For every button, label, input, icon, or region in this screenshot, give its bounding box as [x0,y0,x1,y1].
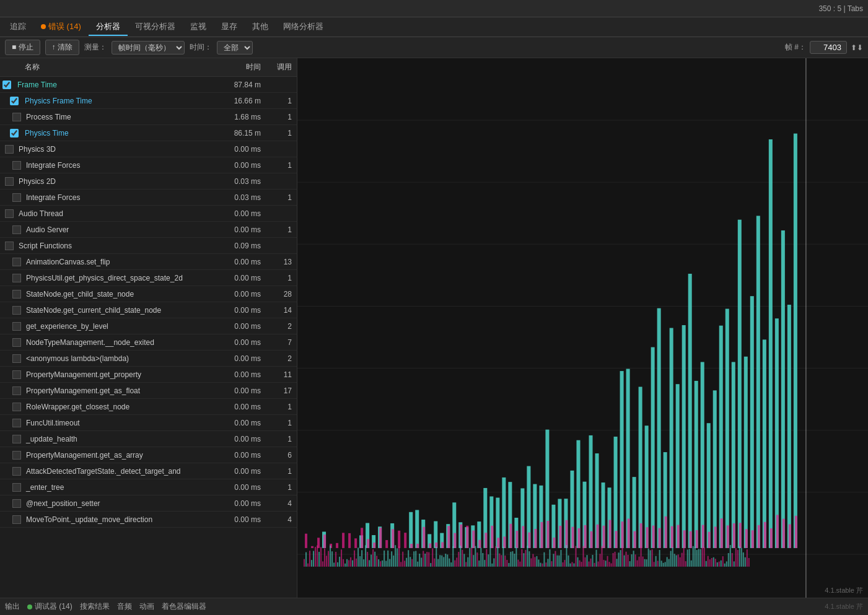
row-checkbox-4[interactable] [5,145,14,154]
row-checkbox-7[interactable] [12,193,21,202]
svg-rect-126 [701,362,704,548]
tab-network[interactable]: 网络分析器 [276,19,331,36]
col-name-header: 名称 [0,61,216,74]
svg-rect-127 [702,525,704,548]
row-time-20: 0.00 ms [216,403,266,411]
svg-rect-358 [676,556,677,567]
row-checkbox-13[interactable] [12,290,21,299]
row-checkbox-3[interactable] [10,129,19,137]
row-checkbox-20[interactable] [12,403,21,411]
row-checkbox-25[interactable] [12,483,21,492]
frame-number[interactable]: 7403 [810,41,847,54]
table-row[interactable]: get_experience_by_level0.00 ms2 [0,318,297,334]
table-row[interactable]: PropertyManagement.get_as_array0.00 ms6 [0,447,297,463]
row-checkbox-17[interactable] [12,354,21,363]
row-checkbox-9[interactable] [12,225,21,234]
table-row[interactable]: PropertyManagement.get_as_float0.00 ms17 [0,383,297,399]
svg-rect-9 [305,534,307,548]
svg-rect-199 [380,561,381,567]
svg-rect-110 [651,347,655,548]
table-row[interactable]: PropertyManagement.get_property0.00 ms11 [0,367,297,383]
table-row[interactable]: Audio Thread0.00 ms [0,206,297,222]
table-row[interactable]: Frame Time87.84 m [0,77,297,93]
row-checkbox-10[interactable] [5,242,14,250]
bottom-bar-item[interactable]: 动画 [139,601,154,612]
svg-rect-317 [600,554,601,567]
table-row[interactable]: Integrate Forces0.03 ms1 [0,190,297,206]
table-row[interactable]: NodeTypeManagement.__node_exited0.00 ms7 [0,334,297,351]
svg-rect-373 [704,547,705,567]
table-row[interactable]: AnimationCanvas.set_flip0.00 ms13 [0,254,297,270]
row-checkbox-26[interactable] [12,499,21,508]
tab-other[interactable]: 其他 [245,19,276,36]
stop-button[interactable]: ■ 停止 [5,40,40,55]
row-checkbox-12[interactable] [12,274,21,282]
table-row[interactable]: Physics Time86.15 m1 [0,125,297,141]
svg-rect-301 [569,564,571,567]
svg-rect-377 [711,558,712,567]
table-row[interactable]: Physics Frame Time16.66 m1 [0,93,297,109]
clear-button[interactable]: ↑ 清除 [45,40,79,55]
row-checkbox-16[interactable] [12,338,21,347]
table-row[interactable]: MoveToPoint._update_move_direction0.00 m… [0,512,297,528]
bottom-bar-item[interactable]: 搜索结果 [80,601,110,612]
row-checkbox-18[interactable] [12,370,21,379]
row-checkbox-2[interactable] [12,113,21,121]
table-row[interactable]: @next_position_setter0.00 ms4 [0,495,297,512]
row-time-13: 0.00 ms [216,290,266,299]
table-row[interactable]: StateNode.get_current_child_state_node0.… [0,302,297,318]
table-row[interactable]: StateNode.get_child_state_node0.00 ms28 [0,286,297,302]
table-row[interactable]: Physics 3D0.00 ms [0,141,297,157]
table-row[interactable]: Audio Server0.00 ms1 [0,222,297,238]
frame-spinner[interactable]: ⬆⬇ [851,43,863,52]
svg-rect-390 [735,548,737,567]
row-checkbox-22[interactable] [12,435,21,443]
table-row[interactable]: _enter_tree0.00 ms1 [0,479,297,495]
table-row[interactable]: FuncUtil.timeout0.00 ms1 [0,415,297,431]
row-checkbox-23[interactable] [12,451,21,460]
tab-trace[interactable]: 追踪 [2,19,33,36]
svg-rect-230 [437,559,439,567]
bottom-bar-item[interactable]: 输出 [5,601,20,612]
table-row[interactable]: AttackDetectedTargetState._detect_target… [0,463,297,479]
tab-vram[interactable]: 显存 [214,19,245,36]
row-checkbox-24[interactable] [12,467,21,476]
measure-select[interactable]: 帧时间（毫秒） [112,41,185,55]
table-row[interactable]: Script Functions0.09 ms [0,238,297,254]
svg-rect-31 [404,533,406,548]
svg-rect-295 [558,556,559,567]
row-checkbox-19[interactable] [12,386,21,395]
table-row[interactable]: PhysicsUtil.get_physics_direct_space_sta… [0,270,297,286]
row-name-3: Physics Time [22,129,216,137]
row-checkbox-27[interactable] [12,515,21,524]
table-row[interactable]: RoleWrapper.get_closest_node0.00 ms1 [0,399,297,415]
svg-rect-119 [677,525,680,548]
svg-rect-75 [540,522,543,548]
row-checkbox-6[interactable] [5,177,14,186]
tab-visual-analyzer[interactable]: 可视分析器 [128,19,183,36]
table-row[interactable]: _update_health0.00 ms1 [0,431,297,447]
row-checkbox-8[interactable] [5,209,14,218]
table-row[interactable]: Process Time1.68 ms1 [0,109,297,125]
svg-rect-148 [769,139,773,548]
tab-monitor[interactable]: 监视 [183,19,214,36]
row-checkbox-1[interactable] [10,97,19,105]
table-row[interactable]: Physics 2D0.03 ms [0,173,297,190]
row-checkbox-5[interactable] [12,161,21,170]
bottom-bar-item[interactable]: 调试器 (14) [27,601,72,612]
row-checkbox-15[interactable] [12,322,21,331]
svg-rect-69 [522,526,524,547]
tab-errors[interactable]: 错误 (14) [33,19,89,36]
svg-rect-191 [365,545,366,567]
time-select[interactable]: 全部 [217,41,253,55]
row-checkbox-11[interactable] [12,258,21,266]
table-row[interactable]: <anonymous lambda>(lambda)0.00 ms2 [0,351,297,367]
table-row[interactable]: Integrate Forces0.00 ms1 [0,157,297,173]
row-checkbox-14[interactable] [12,306,21,315]
bottom-bar-item[interactable]: 音频 [117,601,132,612]
bottom-bar-item[interactable]: 着色器编辑器 [162,601,206,612]
row-checkbox-21[interactable] [12,419,21,427]
tab-analyzer[interactable]: 分析器 [89,19,128,36]
row-checkbox-0[interactable] [2,81,11,89]
svg-rect-125 [696,530,698,548]
